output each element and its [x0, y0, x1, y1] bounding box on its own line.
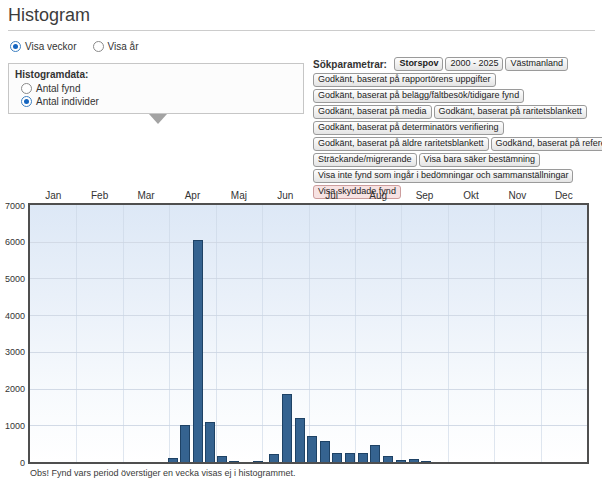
filter-chip[interactable]: Godkänt, baserat på rapportörens uppgift… — [313, 73, 496, 87]
histogram-bar-week-21 — [253, 461, 263, 462]
histogramdata-title: Histogramdata: — [15, 69, 303, 80]
radio-unselected-icon[interactable] — [21, 83, 32, 94]
histogram-bar-week-34 — [409, 459, 419, 462]
radio-selected-icon[interactable] — [21, 96, 32, 107]
month-label-feb: Feb — [91, 190, 108, 201]
y-tick-label: 0 — [0, 458, 25, 468]
histogram-bar-week-15 — [180, 425, 190, 462]
histogram-bar-week-23 — [269, 454, 279, 462]
histogram-bar-week-30 — [358, 453, 368, 462]
histogram-bar-week-29 — [345, 453, 355, 462]
vertical-gridline — [355, 205, 356, 462]
filter-chip[interactable]: Godkänt, baserat på belägg/fältbesök/tid… — [313, 89, 524, 103]
filter-chip[interactable]: Godkänd, baserat på referens — [491, 137, 602, 151]
histogram-bar-week-17 — [205, 422, 215, 462]
histogram-bar-week-31 — [370, 445, 380, 462]
vertical-gridline — [216, 205, 217, 462]
filter-chip[interactable]: Visa inte fynd som ingår i bedömningar o… — [313, 169, 573, 183]
y-tick-label: 2000 — [0, 384, 25, 394]
vertical-gridline — [401, 205, 402, 462]
filter-row: Godkänt, baserat på rapportörens uppgift… — [313, 73, 601, 88]
y-tick-label: 3000 — [0, 347, 25, 357]
filter-chip[interactable]: Visa bara säker bestämning — [419, 153, 540, 167]
histogram-bar-week-33 — [396, 460, 406, 462]
y-tick-label: 5000 — [0, 274, 25, 284]
radio-visa-ar[interactable]: Visa år — [93, 41, 139, 52]
search-parameters-primary-row: Sökparametrar: Storspov2000 - 2025Västma… — [313, 57, 601, 72]
radio-visa-veckor[interactable]: Visa veckor — [10, 41, 77, 52]
vertical-gridline — [169, 205, 170, 462]
month-label-dec: Dec — [555, 190, 573, 201]
filter-chip[interactable]: Sträckande/migrerande — [313, 153, 417, 167]
histogram-bar-week-25 — [295, 418, 305, 462]
histogram-chart: JanFebMarAprMajJunJulAugSepOktNovDec 010… — [0, 190, 602, 482]
search-param-chip-1[interactable]: 2000 - 2025 — [445, 57, 503, 71]
histogram-bar-week-19 — [229, 461, 239, 462]
filter-chip[interactable]: Godkänt, baserat på raritetsblankett — [434, 105, 587, 119]
radio-visa-ar-label: Visa år — [108, 41, 139, 52]
search-filter-rows: Godkänt, baserat på rapportörens uppgift… — [313, 73, 601, 184]
vertical-gridline — [448, 205, 449, 462]
histogram-bar-week-14 — [168, 458, 178, 462]
chart-footnote: Obs! Fynd vars period överstiger en veck… — [30, 468, 296, 478]
radio-antal-individer-label: Antal individer — [36, 96, 99, 107]
filter-row: Godkänt, baserat på belägg/fältbesök/tid… — [313, 89, 601, 104]
page-title: Histogram — [8, 5, 90, 26]
month-label-jul: Jul — [325, 190, 338, 201]
panel-pointer-arrow-icon — [149, 114, 167, 124]
filter-row: Godkänt, baserat på determinatörs verifi… — [313, 121, 601, 136]
histogramdata-panel: Histogramdata: Antal fynd Antal individe… — [8, 63, 304, 114]
histogram-bar-week-35 — [421, 461, 431, 462]
month-label-aug: Aug — [369, 190, 387, 201]
view-toggle: Visa veckor Visa år — [10, 41, 138, 52]
filter-row: Sträckande/migrerandeVisa bara säker bes… — [313, 153, 601, 168]
y-tick-label: 4000 — [0, 311, 25, 321]
vertical-gridline — [541, 205, 542, 462]
vertical-gridline — [494, 205, 495, 462]
histogram-bar-week-28 — [332, 453, 342, 462]
search-param-chip-0[interactable]: Storspov — [394, 57, 443, 71]
histogram-bar-week-26 — [307, 436, 317, 462]
vertical-gridline — [309, 205, 310, 462]
y-tick-label: 6000 — [0, 237, 25, 247]
radio-visa-veckor-label: Visa veckor — [25, 41, 77, 52]
month-label-sep: Sep — [416, 190, 434, 201]
search-parameters-label: Sökparametrar: — [313, 59, 387, 70]
month-label-maj: Maj — [231, 190, 247, 201]
radio-antal-fynd-label: Antal fynd — [36, 83, 80, 94]
histogram-bar-week-18 — [217, 456, 227, 462]
radio-unselected-icon[interactable] — [93, 41, 104, 52]
filter-chip[interactable]: Godkänt, baserat på determinatörs verifi… — [313, 121, 504, 135]
radio-selected-icon[interactable] — [10, 41, 21, 52]
filter-chip[interactable]: Godkänt, baserat på äldre raritetsblanke… — [313, 137, 489, 151]
filter-row: Visa inte fynd som ingår i bedömningar o… — [313, 169, 601, 184]
month-label-jan: Jan — [45, 190, 61, 201]
plot-area — [28, 203, 589, 464]
histogram-bar-week-27 — [320, 441, 330, 462]
radio-antal-fynd[interactable]: Antal fynd — [21, 83, 303, 94]
histogram-bar-week-16 — [193, 240, 203, 462]
filter-chip[interactable]: Godkänt, baserat på media — [313, 105, 432, 119]
histogram-bar-week-32 — [383, 456, 393, 462]
month-label-okt: Okt — [463, 190, 479, 201]
y-tick-label: 7000 — [0, 201, 25, 211]
search-param-chip-2[interactable]: Västmanland — [505, 57, 568, 71]
vertical-gridline — [262, 205, 263, 462]
vertical-gridline — [123, 205, 124, 462]
month-label-jun: Jun — [277, 190, 293, 201]
histogram-bar-week-24 — [282, 394, 292, 462]
radio-antal-individer[interactable]: Antal individer — [21, 96, 303, 107]
vertical-gridline — [76, 205, 77, 462]
y-tick-label: 1000 — [0, 421, 25, 431]
month-label-nov: Nov — [508, 190, 526, 201]
month-label-mar: Mar — [137, 190, 154, 201]
filter-row: Godkänt, baserat på mediaGodkänt, basera… — [313, 105, 601, 120]
filter-row: Godkänt, baserat på äldre raritetsblanke… — [313, 137, 601, 152]
title-divider — [8, 30, 595, 31]
month-label-apr: Apr — [185, 190, 201, 201]
